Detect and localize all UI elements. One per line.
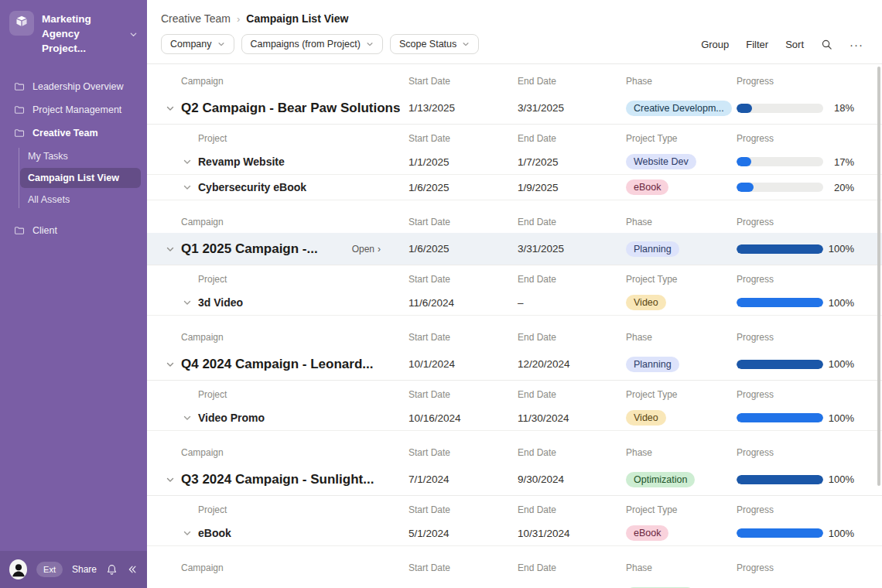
end-date-cell: 9/30/2024 [518, 473, 626, 485]
workspace-switcher[interactable]: Marketing Agency Project... [0, 0, 147, 64]
share-button[interactable]: Share [72, 564, 97, 575]
campaign-header-row: CampaignStart DateEnd DatePhaseProgress [147, 70, 882, 92]
chevron-down-icon[interactable] [166, 244, 175, 254]
avatar[interactable] [9, 559, 27, 579]
filter-company[interactable]: Company [161, 34, 234, 54]
progress-bar-fill [737, 413, 823, 422]
campaign-row[interactable]: Q2 Campaign - Bear Paw Solutions1/13/202… [147, 92, 882, 125]
filter-campaigns-from-project[interactable]: Campaigns (from Project) [241, 34, 383, 54]
campaign-cell: Q3 2024 Campaign - Sunlight... [166, 472, 409, 487]
project-type-cell: eBook [626, 525, 737, 541]
column-header: Project Type [626, 504, 737, 515]
column-header: End Date [518, 332, 626, 343]
column-header: End Date [518, 274, 626, 285]
project-row[interactable]: Video Promo10/16/202411/30/2024Video100% [147, 405, 882, 431]
column-header: Project Type [626, 389, 737, 400]
column-header: Start Date [409, 504, 518, 515]
column-header: Campaign [166, 447, 409, 458]
column-header: Project [166, 504, 409, 515]
project-type-cell: Website Dev [626, 154, 737, 169]
phase-badge: Creative Developm... [626, 101, 732, 116]
project-row[interactable]: Revamp Website1/1/20251/7/2025Website De… [147, 149, 882, 175]
campaign-row[interactable]: Q4 2024 Campaign - Galerprises12/1/20241… [147, 579, 882, 588]
ext-badge[interactable]: Ext [36, 562, 63, 577]
progress-bar-fill [737, 298, 823, 307]
campaign-cell: Q4 2024 Campaign - Leonard... [166, 357, 409, 372]
sidebar-item-client[interactable]: Client [6, 220, 141, 241]
column-header: End Date [518, 217, 626, 227]
column-header: Start Date [409, 332, 518, 343]
sidebar-item-label: Campaign List View [28, 173, 119, 183]
progress-bar [737, 244, 823, 254]
progress-bar-fill [737, 528, 823, 538]
progress-bar [737, 183, 823, 192]
campaign-name: Q3 2024 Campaign - Sunlight... [181, 472, 374, 487]
progress-bar [737, 475, 823, 484]
filter-scope-status[interactable]: Scope Status [390, 34, 479, 54]
campaign-section: CampaignStart DateEnd DatePhaseProgressQ… [147, 557, 882, 588]
campaign-header-row: CampaignStart DateEnd DatePhaseProgress [147, 326, 882, 348]
chevron-down-icon [217, 40, 225, 48]
sort-button[interactable]: Sort [785, 39, 804, 50]
phase-cell: Planning [626, 241, 737, 257]
sidebar-subtree: My TasksCampaign List ViewAll Assets [6, 146, 141, 210]
column-header: End Date [518, 562, 626, 573]
progress-percent: 100% [823, 358, 854, 370]
chevron-down-icon[interactable] [166, 475, 175, 484]
campaign-row[interactable]: Q1 2025 Campaign -...Open›1/6/20253/31/2… [147, 233, 882, 265]
start-date-cell: 1/6/2025 [409, 182, 518, 193]
project-row[interactable]: 3d Video11/6/2024–Video100% [147, 290, 882, 316]
chevron-down-icon[interactable] [183, 183, 192, 192]
progress-cell [737, 528, 823, 538]
column-header: Project [166, 133, 409, 144]
column-header: Phase [626, 447, 737, 458]
progress-bar-fill [737, 360, 823, 369]
project-type-badge: eBook [626, 525, 668, 541]
chevron-down-icon[interactable] [183, 298, 192, 307]
start-date-cell: 1/6/2025 [409, 243, 518, 255]
project-cell: Video Promo [166, 412, 409, 424]
group-button[interactable]: Group [701, 39, 729, 50]
campaign-row[interactable]: Q4 2024 Campaign - Leonard...10/1/202412… [147, 348, 882, 381]
column-header: Campaign [166, 76, 409, 87]
project-name: Video Promo [198, 412, 265, 424]
project-cell: Revamp Website [166, 156, 409, 168]
progress-cell [737, 244, 823, 254]
project-type-cell: Video [626, 295, 737, 310]
vertical-scrollbar[interactable] [877, 67, 880, 486]
chevron-down-icon[interactable] [183, 413, 192, 422]
bell-icon[interactable] [106, 564, 118, 576]
progress-bar-fill [737, 157, 751, 166]
search-icon[interactable] [821, 39, 832, 50]
sidebar-item-label: Client [32, 225, 57, 236]
breadcrumb-current: Campaign List View [246, 12, 348, 25]
sidebar-item-project-management[interactable]: Project Management [6, 100, 141, 120]
filter-button[interactable]: Filter [746, 39, 768, 50]
open-button[interactable]: Open› [352, 244, 381, 255]
project-row[interactable]: Cybersecurity eBook1/6/20251/9/2025eBook… [147, 175, 882, 200]
sidebar-item-label: Project Management [32, 104, 121, 115]
project-row[interactable]: eBook5/1/202410/31/2024eBook100% [147, 521, 882, 546]
phase-badge: Planning [626, 241, 679, 257]
column-header: Phase [626, 332, 737, 343]
sidebar-item-all-assets[interactable]: All Assets [20, 190, 141, 210]
chevron-down-icon[interactable] [183, 528, 192, 538]
chevron-down-icon[interactable] [183, 157, 192, 166]
column-header: Progress [737, 447, 823, 458]
chevron-down-icon[interactable] [166, 360, 175, 369]
sidebar-item-my-tasks[interactable]: My Tasks [20, 146, 141, 166]
breadcrumb-parent[interactable]: Creative Team [161, 12, 231, 25]
phase-cell: Planning [626, 357, 737, 372]
more-icon[interactable]: ··· [850, 38, 863, 51]
campaign-row[interactable]: Q3 2024 Campaign - Sunlight...7/1/20249/… [147, 463, 882, 496]
sidebar-item-campaign-list-view[interactable]: Campaign List View [20, 168, 141, 188]
phase-badge: Planning [626, 357, 679, 372]
sidebar-item-creative-team[interactable]: Creative Team [6, 123, 141, 143]
sidebar-footer: Ext Share [0, 551, 147, 588]
chevron-down-icon[interactable] [166, 104, 175, 113]
chevron-down-icon [129, 28, 138, 42]
collapse-sidebar-icon[interactable] [127, 564, 138, 575]
campaign-header-row: CampaignStart DateEnd DatePhaseProgress [147, 442, 882, 463]
progress-cell [737, 413, 823, 422]
sidebar-item-leadership-overview[interactable]: Leadership Overview [6, 77, 141, 97]
